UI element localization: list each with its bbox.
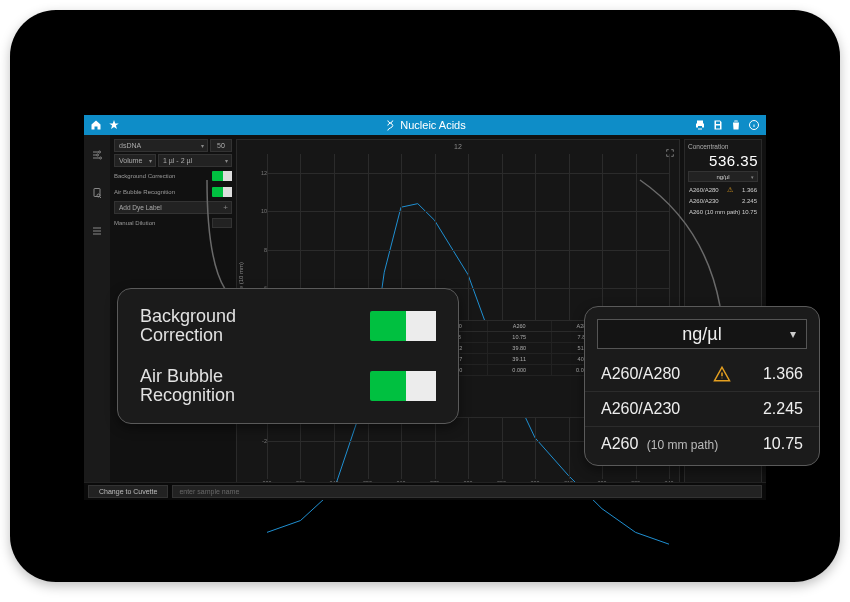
co-unit-select[interactable]: ng/µl <box>597 319 807 349</box>
co-air-toggle[interactable] <box>370 371 436 401</box>
callout-ratios: ng/µl A260/A2801.366A260/A2302.245A260 (… <box>584 306 820 466</box>
callout-corrections: Background Correction Air Bubble Recogni… <box>117 288 459 424</box>
tablet-frame: Nucleic Acids dsDNA 50 <box>10 10 840 582</box>
warning-icon <box>713 365 731 383</box>
ratio-row: A260 (10 mm path)10.75 <box>585 427 819 461</box>
co-bg-label: Background Correction <box>140 307 236 345</box>
co-bg-toggle[interactable] <box>370 311 436 341</box>
warning-icon <box>732 435 750 453</box>
co-air-label: Air Bubble Recognition <box>140 367 235 405</box>
warning-icon <box>713 400 731 418</box>
ratio-row: A260/A2801.366 <box>585 357 819 392</box>
ratio-row: A260/A2302.245 <box>585 392 819 427</box>
